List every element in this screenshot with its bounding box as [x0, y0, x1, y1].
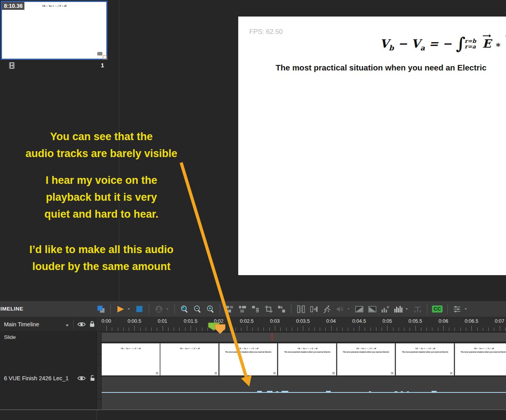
red-marker-line: [272, 333, 272, 341]
record-options-caret[interactable]: [165, 307, 170, 311]
thumbnail-badge-icon: [391, 372, 393, 374]
delete-range-button[interactable]: [251, 304, 260, 314]
timeline-visibility-eye-icon[interactable]: [77, 320, 86, 330]
thumbnail-caption-text: The most practical situation when you ne…: [340, 351, 392, 353]
timeline-thumbnail[interactable]: Vb − Va = − ∫ E ∗ dlThe most practical s…: [455, 343, 506, 376]
thumbnail-badge-icon: [450, 372, 452, 374]
speed-button[interactable]: [322, 304, 332, 314]
timeline-lock-icon[interactable]: [88, 320, 96, 329]
toolbar-separator: [149, 304, 149, 314]
ruler-tick-label: 0:01: [158, 318, 167, 324]
thumbnail-formula-text: Vb − Va = − ∫ E ∗ dl: [222, 348, 274, 350]
canvas-preview[interactable]: FPS: 62.50 Vb − Va = − ∫r=br=a E ∗ dl Th…: [238, 17, 506, 275]
ruler-tick-label: 0:03.5: [296, 318, 310, 324]
annotation-text: You can see that the audio tracks are ba…: [6, 128, 197, 275]
slide-thumbnail-formula: Vb − Va = − ∫ E ∗ dl: [26, 5, 83, 7]
timeline-thumbnail[interactable]: Vb − Va = − ∫ E ∗ dlThe most practical s…: [396, 343, 454, 376]
thumbnail-caption-text: The most practical situation when you ne…: [458, 351, 506, 353]
zoom-fit-button[interactable]: [180, 304, 189, 314]
row-gutter: [96, 377, 102, 409]
audio-waveform: [102, 392, 506, 393]
ruler-tick-label: 0:06.5: [465, 318, 478, 324]
move-clip-button[interactable]: [309, 304, 319, 314]
timeline-thumbnail[interactable]: Vb − Va = − ∫ E ∗ dl: [160, 343, 219, 376]
video-track-label-block: 6 VUE Finish 2426 Lec_1: [0, 343, 96, 409]
split-button[interactable]: [225, 304, 234, 314]
header-separator: [73, 320, 74, 329]
time-ruler[interactable]: 0:000:00.50:010:01.50:020:02.50:030:03.5…: [102, 317, 506, 331]
adjust-volume-button[interactable]: [380, 304, 390, 314]
timeline-thumbnail[interactable]: Vb − Va = − ∫ E ∗ dlThe most practical s…: [278, 343, 336, 376]
footer-divider: [96, 410, 97, 420]
join-button[interactable]: [238, 304, 247, 314]
video-track-strip[interactable]: Vb − Va = − ∫ E ∗ dlVb − Va = − ∫ E ∗ dl…: [102, 343, 506, 376]
canvas-caption: The most practical situation when you ne…: [276, 63, 486, 72]
timeline-settings-button[interactable]: [452, 304, 462, 314]
ruler-tick-label: 0:05.5: [408, 318, 422, 324]
fps-counter: FPS: 62.50: [249, 28, 283, 36]
toolbar-separator: [220, 304, 220, 314]
closed-caption-button[interactable]: CC: [432, 305, 443, 313]
pane-toggle-icon[interactable]: [96, 304, 106, 314]
audio-level-button[interactable]: [393, 304, 403, 314]
slide-track-bar[interactable]: [102, 333, 506, 342]
waveform-bump: [276, 391, 278, 392]
track-unlock-icon[interactable]: [88, 374, 96, 383]
toolbar-separator: [110, 304, 111, 314]
track-visibility-eye-icon[interactable]: [77, 374, 86, 384]
timeline-selector-caret-icon[interactable]: [65, 322, 70, 329]
slide-audio-indicator-icon: ⋯: [97, 52, 102, 56]
toolbar-separator: [427, 304, 427, 314]
ruler-tick-label: 0:07: [495, 318, 504, 324]
slide-track-row: Slide: [0, 332, 506, 343]
video-track-label[interactable]: 6 VUE Finish 2426 Lec_1: [4, 375, 69, 381]
timeline-panel-title: IMELINE: [0, 301, 23, 317]
thumbnail-formula-text: Vb − Va = − ∫ E ∗ dl: [340, 348, 392, 350]
audio-track-clip[interactable]: [102, 377, 506, 409]
stop-button[interactable]: [135, 304, 144, 314]
canvas-formula: Vb − Va = − ∫r=br=a E ∗ dl: [380, 32, 506, 52]
waveform-bump: [257, 391, 262, 392]
timeline-selector[interactable]: Main Timeline: [4, 317, 39, 331]
timeline-panel: IMELINE CC Main Timeline 0:000:00.50:010…: [0, 301, 506, 420]
thumbnail-formula-text: Vb − Va = − ∫ E ∗ dl: [458, 348, 506, 350]
timeline-thumbnail[interactable]: Vb − Va = − ∫ E ∗ dlThe most practical s…: [219, 343, 278, 376]
thumbnail-formula-text: Vb − Va = − ∫ E ∗ dl: [399, 348, 451, 350]
timeline-settings-caret[interactable]: [464, 307, 468, 311]
app-window: 8:10.36 Vb − Va = − ∫ E ∗ dl ⋯ 1 FPS: 62…: [0, 0, 506, 420]
distribute-button[interactable]: [296, 304, 306, 314]
thumbnail-formula-text: Vb − Va = − ∫ E ∗ dl: [164, 348, 215, 350]
play-button[interactable]: [115, 304, 125, 314]
slide-row-label: Slide: [4, 332, 16, 343]
audio-options-button[interactable]: [335, 304, 345, 314]
record-narration-button[interactable]: [154, 304, 163, 314]
ruler-tick-label: 0:00: [102, 318, 111, 324]
annotation-line: audio tracks are barely visible: [6, 145, 197, 162]
thumbnail-caption-text: The most practical situation when you ne…: [399, 351, 451, 353]
film-strip-icon: [9, 62, 15, 71]
play-options-caret[interactable]: [127, 307, 131, 311]
fade-in-button[interactable]: [354, 304, 364, 314]
slide-thumbnail[interactable]: 8:10.36 Vb − Va = − ∫ E ∗ dl ⋯: [1, 1, 108, 60]
waveform-bump: [326, 391, 331, 392]
ruler-tick-label: 0:00.5: [128, 318, 141, 324]
ruler-tick-label: 0:04.5: [352, 318, 366, 324]
ruler-tick-label: 0:06: [439, 318, 448, 324]
zoom-in-button[interactable]: [206, 304, 215, 314]
insert-time-button[interactable]: [277, 304, 286, 314]
thumbnail-formula-text: Vb − Va = − ∫ E ∗ dl: [105, 348, 156, 350]
waveform-bump: [267, 391, 272, 392]
timeline-toolbar-icons: CC: [96, 301, 468, 317]
annotation-line: louder by the same amount: [6, 258, 197, 275]
fade-out-button[interactable]: [367, 304, 377, 314]
waveform-bump: [401, 391, 403, 392]
crop-button[interactable]: [264, 304, 273, 314]
waveform-bump: [407, 391, 409, 392]
timeline-thumbnail[interactable]: Vb − Va = − ∫ E ∗ dlThe most practical s…: [337, 343, 395, 376]
audio-level-caret[interactable]: [405, 307, 409, 311]
normalize-button[interactable]: [413, 304, 422, 314]
ruler-tick-label: 0:01.5: [184, 318, 198, 324]
timeline-thumbnail[interactable]: Vb − Va = − ∫ E ∗ dl: [102, 343, 160, 376]
zoom-out-button[interactable]: [193, 304, 202, 314]
audio-options-caret[interactable]: [347, 307, 351, 311]
